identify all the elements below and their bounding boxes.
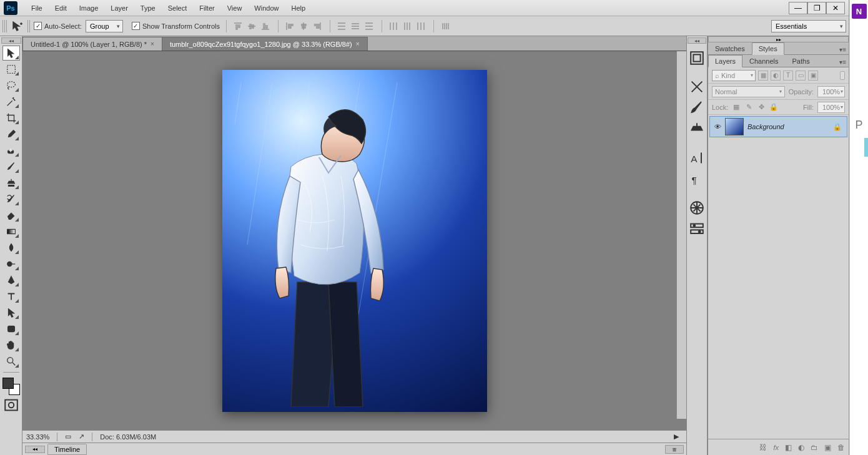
layer-visibility-toggle[interactable]: 👁 — [710, 123, 725, 130]
new-layer-icon[interactable]: ▣ — [824, 443, 831, 452]
marquee-tool[interactable] — [2, 62, 20, 77]
window-restore-button[interactable]: ❐ — [807, 2, 826, 14]
tab-channels[interactable]: Channels — [742, 55, 785, 67]
healing-brush-tool[interactable] — [2, 143, 20, 158]
path-selection-tool[interactable] — [2, 305, 20, 320]
blend-mode-dropdown[interactable]: Normal — [712, 86, 785, 97]
3d-mode-icon[interactable] — [439, 20, 451, 32]
menu-select[interactable]: Select — [162, 2, 194, 14]
dist-left-icon[interactable] — [387, 20, 400, 32]
filter-shape-icon[interactable]: ▭ — [796, 71, 806, 81]
align-hcenter-icon[interactable] — [297, 20, 310, 32]
layer-name[interactable]: Background — [747, 123, 784, 130]
auto-select-mode-dropdown[interactable]: Group — [86, 20, 123, 32]
layers-panel-menu[interactable]: ▾≡ — [837, 57, 849, 67]
align-right-icon[interactable] — [311, 20, 323, 32]
options-grip-2[interactable] — [27, 20, 30, 32]
lock-position-icon[interactable]: ✥ — [757, 103, 766, 112]
workspace-dropdown[interactable]: Essentials — [771, 20, 846, 32]
layer-filter-kind-dropdown[interactable]: Kind — [712, 70, 756, 81]
window-close-button[interactable]: ✕ — [826, 2, 845, 14]
gradient-tool[interactable] — [2, 224, 20, 239]
layer-thumbnail[interactable] — [725, 118, 744, 135]
options-grip[interactable] — [2, 20, 7, 32]
layer-mask-icon[interactable]: ◧ — [785, 443, 792, 452]
tools-collapse-toggle[interactable]: ◂◂ — [1, 37, 21, 44]
swatches-panel-menu[interactable]: ▾≡ — [837, 45, 849, 54]
blur-tool[interactable] — [2, 240, 20, 255]
timeline-tab[interactable]: Timeline — [47, 444, 87, 455]
opacity-input[interactable]: 100% — [817, 86, 845, 97]
lasso-tool[interactable] — [2, 78, 20, 93]
lock-transparent-icon[interactable]: ▦ — [732, 103, 741, 112]
align-top-icon[interactable] — [232, 20, 244, 32]
filter-adjust-icon[interactable]: ◐ — [771, 71, 781, 81]
layer-fx-icon[interactable]: fx — [773, 443, 779, 452]
crop-tool[interactable] — [2, 110, 20, 125]
link-layers-icon[interactable]: ⛓ — [759, 443, 767, 452]
onenote-tab-color[interactable] — [864, 138, 868, 157]
timeline-menu-button[interactable]: ≡ — [665, 445, 684, 454]
menu-help[interactable]: Help — [285, 2, 312, 14]
menu-layer[interactable]: Layer — [104, 2, 134, 14]
navigator-panel-icon[interactable] — [688, 200, 706, 216]
dist-top-icon[interactable] — [335, 20, 348, 32]
hand-tool[interactable] — [2, 338, 20, 353]
paragraph-panel-icon[interactable]: ¶ — [688, 171, 706, 187]
menu-type[interactable]: Type — [134, 2, 162, 14]
align-left-icon[interactable] — [284, 20, 296, 32]
tab-paths[interactable]: Paths — [786, 55, 817, 67]
eyedropper-tool[interactable] — [2, 127, 20, 142]
canvas-viewport[interactable] — [22, 51, 686, 430]
status-export-icon[interactable]: ↗ — [79, 433, 84, 441]
layer-group-icon[interactable]: 🗀 — [811, 443, 818, 452]
dist-bottom-icon[interactable] — [363, 20, 375, 32]
quick-mask-button[interactable] — [2, 399, 20, 411]
brush-presets-icon[interactable] — [688, 100, 706, 116]
menu-view[interactable]: View — [221, 2, 249, 14]
strip-collapse-toggle[interactable]: ◂◂ — [688, 37, 706, 44]
status-preview-icon[interactable]: ▭ — [65, 433, 71, 441]
pen-tool[interactable] — [2, 273, 20, 288]
tab-swatches[interactable]: Swatches — [708, 42, 752, 54]
brush-settings-icon[interactable] — [688, 79, 706, 95]
onenote-app-icon[interactable]: N — [852, 4, 867, 19]
menu-image[interactable]: Image — [73, 2, 105, 14]
rectangle-tool[interactable] — [2, 321, 20, 336]
window-minimize-button[interactable]: — — [789, 2, 807, 14]
adjustment-layer-icon[interactable]: ◐ — [798, 443, 804, 452]
lock-image-icon[interactable]: ✎ — [744, 103, 753, 112]
status-more-icon[interactable]: ▶ — [674, 433, 683, 441]
foreground-color-swatch[interactable] — [2, 378, 14, 389]
menu-filter[interactable]: Filter — [193, 2, 220, 14]
filter-type-icon[interactable]: T — [783, 71, 793, 81]
show-transform-checkbox[interactable]: Show Transform Controls — [132, 22, 220, 30]
right-collapse-toggle[interactable]: ▸▸ — [708, 36, 849, 42]
dist-vcenter-icon[interactable] — [349, 20, 362, 32]
menu-window[interactable]: Window — [248, 2, 285, 14]
tab-layers[interactable]: Layers — [708, 55, 742, 67]
layer-row[interactable]: 👁 Background 🔒 — [709, 116, 847, 137]
close-icon[interactable]: × — [150, 41, 154, 47]
filter-smart-icon[interactable]: ▣ — [808, 71, 818, 81]
clone-stamp-tool[interactable] — [2, 175, 20, 190]
document-tab-1[interactable]: tumblr_o809qcZex91tgfqygo1_1280.jpg @ 33… — [162, 37, 368, 51]
clone-source-icon[interactable] — [688, 121, 706, 137]
color-swatches[interactable] — [2, 378, 20, 395]
history-panel-icon[interactable] — [688, 50, 706, 66]
character-panel-icon[interactable]: A — [688, 150, 706, 166]
filter-toggle-switch[interactable] — [840, 71, 845, 80]
vertical-scrollbar[interactable] — [676, 51, 686, 419]
align-bottom-icon[interactable] — [259, 20, 272, 32]
tab-styles[interactable]: Styles — [752, 42, 784, 55]
align-vcenter-icon[interactable] — [245, 20, 258, 32]
eraser-tool[interactable] — [2, 208, 20, 223]
filter-pixel-icon[interactable]: ▦ — [758, 71, 768, 81]
zoom-tool[interactable] — [2, 354, 20, 369]
close-icon[interactable]: × — [356, 41, 360, 47]
menu-file[interactable]: File — [25, 2, 49, 14]
fill-input[interactable]: 100% — [817, 102, 845, 113]
magic-wand-tool[interactable] — [2, 94, 20, 109]
document-tab-0[interactable]: Untitled-1 @ 100% (Layer 1, RGB/8) * × — [22, 37, 162, 51]
move-tool[interactable] — [2, 46, 20, 61]
